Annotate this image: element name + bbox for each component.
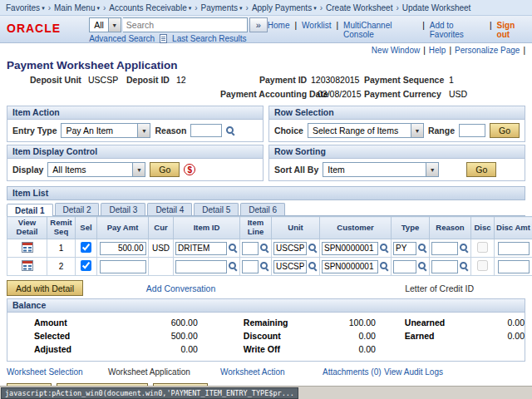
- tab-detail-2[interactable]: Detail 2: [55, 203, 100, 215]
- lookup-icon[interactable]: [418, 262, 427, 271]
- pay-amt-field[interactable]: [100, 260, 146, 273]
- customer-field[interactable]: [322, 242, 378, 255]
- breadcrumb-item-create-worksheet[interactable]: Create Worksheet: [326, 3, 392, 12]
- reason-field[interactable]: [431, 242, 458, 255]
- reason-field[interactable]: [190, 124, 222, 137]
- payment-header-info: Deposit Unit USCSP Deposit ID 12 Payment…: [0, 74, 532, 103]
- search-scope-select[interactable]: All ▼: [89, 17, 121, 32]
- lookup-icon[interactable]: [460, 262, 469, 271]
- home-link[interactable]: Home: [268, 21, 290, 30]
- attachments-link[interactable]: Attachments (0): [323, 367, 382, 377]
- breadcrumb-item-apply-payments[interactable]: Apply Payments▾: [252, 3, 317, 12]
- col-header-disc-amt[interactable]: Disc Amt: [495, 217, 532, 239]
- sel-checkbox[interactable]: [81, 260, 91, 271]
- lookup-icon[interactable]: [229, 244, 238, 253]
- lookup-icon[interactable]: [380, 262, 389, 271]
- disc-amt-field[interactable]: [498, 260, 530, 273]
- range-field[interactable]: [459, 124, 485, 137]
- reason-field[interactable]: [431, 260, 458, 273]
- col-header-type[interactable]: Type: [392, 217, 430, 239]
- tab-detail-5[interactable]: Detail 5: [194, 203, 239, 215]
- breadcrumb-item-update-worksheet[interactable]: Update Worksheet: [402, 3, 471, 12]
- col-header-cur[interactable]: Cur: [149, 217, 174, 239]
- range-go-button[interactable]: Go: [490, 123, 520, 138]
- worksheet-selection-link[interactable]: Worksheet Selection: [7, 367, 83, 377]
- search-go-button[interactable]: »: [249, 17, 268, 32]
- breadcrumb-separator: ›: [48, 3, 51, 12]
- col-header-remit-seq[interactable]: Remit Seq: [47, 217, 76, 239]
- entry-type-select[interactable]: Pay An Item ▼: [61, 123, 150, 138]
- col-header-item-line[interactable]: Item Line: [240, 217, 272, 239]
- payment-currency-value: USD: [449, 89, 467, 99]
- breadcrumb-separator: ›: [320, 3, 323, 12]
- col-header-view-detail[interactable]: View Detail: [7, 217, 47, 239]
- col-header-pay-amt[interactable]: Pay Amt: [97, 217, 149, 239]
- tab-detail-1[interactable]: Detail 1: [7, 204, 53, 216]
- display-go-button[interactable]: Go: [150, 162, 180, 177]
- advanced-search-link[interactable]: Advanced Search: [89, 34, 155, 43]
- last-search-results-link[interactable]: Last Search Results: [172, 34, 247, 43]
- help-link[interactable]: Help: [429, 46, 446, 55]
- type-field[interactable]: [393, 260, 416, 273]
- disc-amt-field[interactable]: [498, 242, 530, 255]
- lookup-icon[interactable]: [308, 244, 318, 253]
- add-conversation-link[interactable]: Add Conversation: [146, 283, 215, 293]
- unit-field[interactable]: [273, 242, 307, 255]
- oracle-logo: ORACLE: [7, 22, 61, 42]
- view-audit-logs-link[interactable]: View Audit Logs: [384, 367, 443, 377]
- lookup-icon[interactable]: [226, 126, 235, 135]
- customer-field[interactable]: [322, 260, 378, 273]
- lookup-icon[interactable]: [418, 244, 427, 253]
- col-header-customer[interactable]: Customer: [320, 217, 392, 239]
- col-header-unit[interactable]: Unit: [272, 217, 320, 239]
- multichannel-console-link[interactable]: MultiChannel Console: [343, 21, 417, 39]
- breadcrumb-item-favorites[interactable]: Favorites▾: [6, 3, 45, 12]
- worklist-link[interactable]: Worklist: [302, 21, 331, 30]
- item-display-control-header: Item Display Control: [7, 145, 263, 159]
- choice-select[interactable]: Select Range of Items ▼: [308, 123, 424, 138]
- display-select[interactable]: All Items ▼: [47, 162, 145, 177]
- disc-checkbox: [477, 242, 488, 253]
- lookup-icon[interactable]: [260, 244, 269, 253]
- tab-detail-3[interactable]: Detail 3: [101, 203, 145, 215]
- col-header-item-id[interactable]: Item ID: [174, 217, 240, 239]
- lookup-icon[interactable]: [460, 244, 469, 253]
- breadcrumb-item-accounts-receivable[interactable]: Accounts Receivable▾: [109, 3, 191, 12]
- item-line-field[interactable]: [242, 242, 259, 255]
- add-to-favorites-link[interactable]: Add to Favorites: [430, 21, 485, 39]
- unit-field[interactable]: [273, 260, 307, 273]
- tab-detail-6[interactable]: Detail 6: [240, 203, 285, 215]
- worksheet-action-link[interactable]: Worksheet Action: [220, 367, 285, 377]
- col-header-disc[interactable]: Disc: [471, 217, 495, 239]
- breadcrumb-item-main-menu[interactable]: Main Menu▾: [54, 3, 100, 12]
- breadcrumb: Favorites▾ › Main Menu▾ › Accounts Recei…: [0, 0, 532, 16]
- lookup-icon[interactable]: [308, 262, 318, 271]
- disc-checkbox: [477, 260, 488, 271]
- search-input[interactable]: [123, 17, 248, 32]
- col-header-sel[interactable]: Sel: [76, 217, 97, 239]
- pay-amt-field[interactable]: [100, 242, 146, 255]
- tab-detail-4[interactable]: Detail 4: [147, 203, 192, 215]
- sign-out-link[interactable]: Sign out: [497, 21, 527, 39]
- currency-icon[interactable]: $: [184, 164, 195, 175]
- breadcrumb-separator: ›: [103, 3, 106, 12]
- col-header-reason[interactable]: Reason: [430, 217, 471, 239]
- view-detail-icon[interactable]: [22, 260, 33, 271]
- item-line-field[interactable]: [242, 260, 259, 273]
- lookup-icon[interactable]: [380, 244, 389, 253]
- sort-go-button[interactable]: Go: [466, 162, 496, 177]
- add-with-detail-button[interactable]: Add with Detail: [7, 280, 83, 296]
- personalize-page-link[interactable]: Personalize Page: [455, 46, 520, 55]
- new-window-link[interactable]: New Window: [372, 46, 420, 55]
- item-id-field[interactable]: [175, 242, 227, 255]
- lookup-icon[interactable]: [229, 262, 238, 271]
- sort-all-by-select[interactable]: Item ▼: [323, 162, 439, 177]
- breadcrumb-item-payments[interactable]: Payments▾: [201, 3, 243, 12]
- item-id-field[interactable]: [175, 260, 227, 273]
- sel-checkbox[interactable]: [81, 242, 91, 253]
- type-field[interactable]: [393, 242, 416, 255]
- view-detail-icon[interactable]: [22, 242, 33, 253]
- remaining-value: 100.00: [309, 318, 376, 328]
- lookup-icon[interactable]: [260, 262, 269, 271]
- divider: |: [490, 21, 492, 30]
